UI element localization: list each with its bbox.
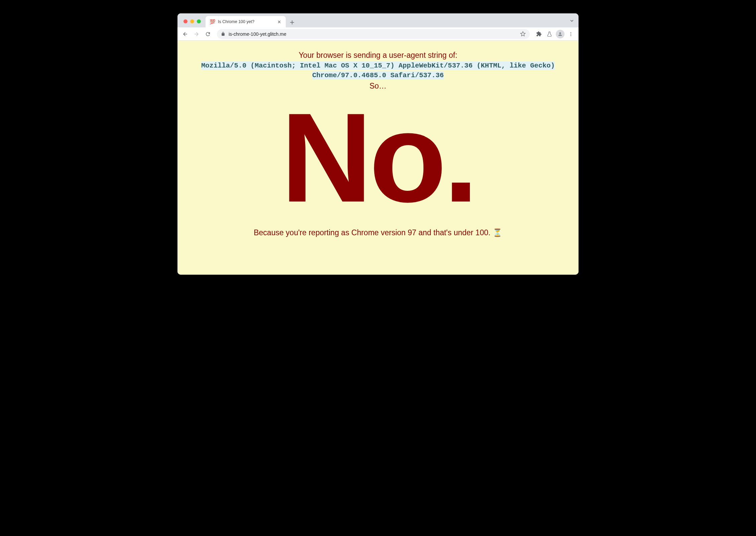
profile-button[interactable]	[555, 29, 565, 39]
browser-tab[interactable]: 💯 Is Chrome 100 yet?	[206, 16, 286, 27]
svg-point-0	[571, 32, 571, 33]
menu-button[interactable]	[566, 29, 576, 39]
tab-title: Is Chrome 100 yet?	[218, 19, 274, 24]
tab-favicon: 💯	[210, 19, 215, 24]
svg-point-1	[571, 33, 571, 34]
minimize-window-button[interactable]	[190, 19, 194, 23]
close-window-button[interactable]	[183, 19, 187, 23]
user-agent-string: Mozilla/5.0 (Macintosh; Intel Mac OS X 1…	[201, 61, 555, 80]
extensions-button[interactable]	[534, 29, 544, 39]
url-text: is-chrome-100-yet.glitch.me	[229, 31, 517, 37]
bookmark-star-icon[interactable]	[520, 31, 526, 37]
forward-button[interactable]	[192, 29, 202, 39]
svg-point-2	[571, 35, 571, 36]
new-tab-button[interactable]	[286, 20, 298, 27]
toolbar: is-chrome-100-yet.glitch.me	[177, 27, 579, 41]
browser-window: 💯 Is Chrome 100 yet? is-chrome-100-yet.	[177, 13, 579, 275]
answer-text: No.	[181, 101, 575, 215]
address-bar[interactable]: is-chrome-100-yet.glitch.me	[217, 29, 530, 39]
page-content: Your browser is sending a user-agent str…	[177, 41, 579, 275]
reload-button[interactable]	[203, 29, 213, 39]
intro-text: Your browser is sending a user-agent str…	[181, 51, 575, 60]
tab-strip: 💯 Is Chrome 100 yet?	[177, 13, 579, 27]
avatar	[556, 30, 564, 38]
labs-button[interactable]	[544, 29, 554, 39]
close-tab-button[interactable]	[276, 19, 282, 24]
back-button[interactable]	[180, 29, 190, 39]
tab-dropdown-button[interactable]	[570, 19, 574, 23]
window-controls	[180, 19, 204, 27]
maximize-window-button[interactable]	[197, 19, 201, 23]
toolbar-right	[534, 29, 576, 39]
user-agent-wrap: Mozilla/5.0 (Macintosh; Intel Mac OS X 1…	[194, 61, 562, 80]
lock-icon	[221, 32, 225, 36]
reason-text: Because you're reporting as Chrome versi…	[181, 228, 575, 237]
